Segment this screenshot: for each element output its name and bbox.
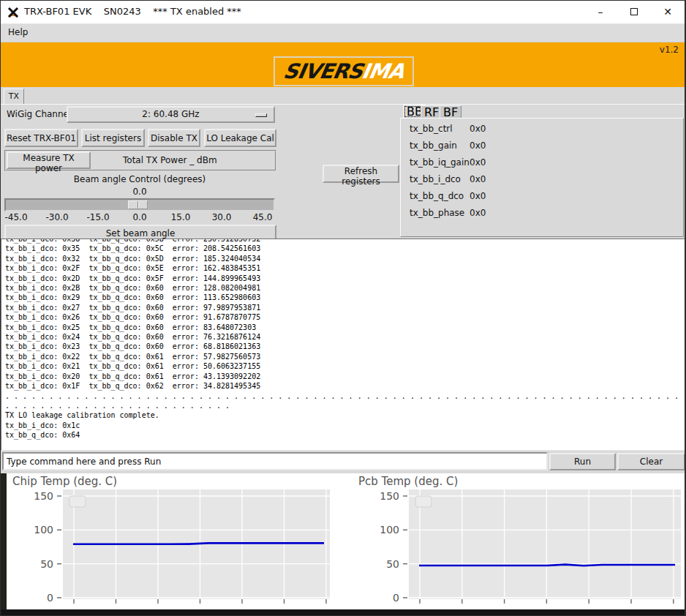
wigig-channel-label: WiGig Channel: (7, 109, 74, 119)
register-pane: tx_bb_ctrl 0x0 tx_bb_gain 0x0 tx_bb_iq_g… (400, 118, 684, 237)
svg-text:50: 50 (40, 558, 53, 570)
slider-handle-ridge (137, 201, 139, 209)
register-name: tx_bb_q_dco (410, 191, 464, 201)
chip-temp-chart: 050100150Chip Temp (deg. C) (7, 473, 337, 609)
register-name: tx_bb_gain (410, 140, 457, 151)
svg-text:Chip Temp (deg. C): Chip Temp (deg. C) (12, 475, 117, 488)
run-button[interactable]: Run (549, 453, 616, 470)
beam-angle-slider[interactable] (4, 198, 275, 211)
beam-tick-label: 45.0 (253, 212, 273, 222)
pcb-temp-figure: 050100150Pcb Temp (deg. C) (343, 473, 686, 609)
reset-trx-button[interactable]: Reset TRX-BF01 (4, 129, 78, 147)
svg-text:100: 100 (380, 524, 399, 536)
register-value: 0x0 (470, 157, 486, 168)
register-value: 0x0 (470, 124, 486, 134)
console-log[interactable]: tx_bb_i_dco: 0x38 tx_bb_q_dco: 0x5B erro… (1, 238, 686, 451)
maximize-button[interactable] (617, 1, 651, 23)
tx-pane: WiGig Channel: 2: 60.48 GHz Reset TRX-BF… (1, 104, 685, 238)
tab-tx[interactable]: TX (4, 89, 24, 104)
register-name: tx_bb_i_dco (410, 174, 461, 184)
disable-tx-button[interactable]: Disable TX (148, 129, 200, 147)
charts-area: 050100150Chip Temp (deg. C) 050100150Pcb… (1, 473, 685, 609)
beam-angle-title: Beam angle Control (degrees) (74, 174, 206, 184)
svg-text:50: 50 (386, 558, 399, 570)
menu-bar: Help (1, 24, 685, 42)
logo-text-ima: IMA (360, 58, 406, 85)
close-button[interactable]: ✕ (651, 1, 685, 23)
siversima-logo: SIVERSIMA (274, 56, 414, 86)
svg-text:150: 150 (380, 490, 399, 502)
beam-tick-label: -45.0 (4, 212, 27, 222)
logo-text-sivers: SIVERS (282, 58, 365, 85)
app-window: TRX-BF01 EVK SN0243 *** TX enabled *** –… (0, 0, 686, 616)
menu-help[interactable]: Help (8, 27, 28, 37)
wigig-channel-value: 2: 60.48 GHz (142, 109, 199, 119)
beam-tick-label: 15.0 (171, 212, 191, 222)
chip-temp-figure: 050100150Chip Temp (deg. C) (7, 473, 337, 609)
total-tx-power-label: Total TX Power _ dBm (123, 155, 217, 165)
dropdown-indicator-icon (255, 113, 267, 117)
pcb-temp-chart: 050100150Pcb Temp (deg. C) (343, 473, 686, 609)
svg-text:Pcb Temp (deg. C): Pcb Temp (deg. C) (358, 475, 458, 488)
console-text: tx_bb_i_dco: 0x38 tx_bb_q_dco: 0x5B erro… (1, 238, 686, 440)
list-registers-button[interactable]: List registers (81, 129, 145, 147)
register-value: 0x0 (470, 208, 486, 218)
refresh-registers-button[interactable]: Refresh registers (323, 165, 399, 183)
beam-tick-label: -15.0 (86, 212, 109, 222)
command-input[interactable] (2, 452, 548, 470)
clear-button[interactable]: Clear (617, 453, 685, 470)
beam-angle-slider-handle[interactable] (128, 200, 148, 209)
background-taskbar-strip (1, 609, 685, 616)
svg-text:100: 100 (34, 524, 53, 536)
register-name: tx_bb_iq_gain (410, 157, 470, 168)
beam-tick-label: 30.0 (212, 212, 232, 222)
beam-tick-label: -30.0 (45, 212, 68, 222)
minimize-button[interactable]: – (584, 1, 617, 23)
wigig-channel-select[interactable]: 2: 60.48 GHz (67, 106, 275, 123)
tx-power-frame: Measure TX power Total TX Power _ dBm (4, 150, 276, 171)
register-value: 0x0 (470, 174, 486, 184)
beam-tick-label: 0.0 (132, 212, 146, 222)
register-value: 0x0 (470, 140, 486, 151)
beam-angle-value: 0.0 (132, 187, 146, 197)
version-label: v1.2 (660, 45, 679, 55)
maximize-icon (630, 8, 638, 15)
main-tab-bar: TX (1, 87, 685, 104)
svg-text:0: 0 (393, 592, 399, 604)
svg-text:150: 150 (34, 490, 53, 502)
window-title: TRX-BF01 EVK SN0243 *** TX enabled *** (24, 6, 241, 17)
register-name: tx_bb_phase (410, 208, 464, 218)
command-row: Run Clear (1, 451, 685, 473)
lo-leakage-cal-button[interactable]: LO Leakage Cal (204, 129, 276, 147)
svg-text:0: 0 (47, 592, 53, 604)
measure-tx-power-button[interactable]: Measure TX power (7, 151, 91, 169)
register-name: tx_bb_ctrl (410, 124, 453, 134)
background-window-sliver (1, 473, 7, 609)
register-value: 0x0 (470, 191, 486, 201)
brand-banner: v1.2 SIVERSIMA (1, 42, 685, 87)
title-bar: TRX-BF01 EVK SN0243 *** TX enabled *** –… (1, 1, 685, 24)
app-x-icon (7, 6, 20, 19)
